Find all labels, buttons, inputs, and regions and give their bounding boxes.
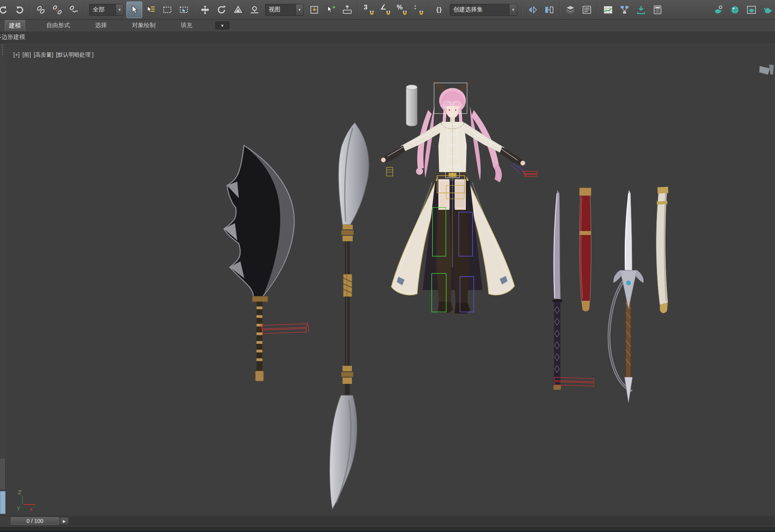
dashed-rect-icon — [162, 5, 172, 15]
maxscript-listener-button[interactable] — [650, 2, 665, 18]
material-sphere-icon — [730, 5, 740, 15]
dock-panel-tab-active[interactable] — [0, 491, 5, 514]
ribbon-collapse-button[interactable]: ▾ — [215, 22, 229, 29]
weapon-jagged-sword[interactable] — [224, 145, 309, 381]
window-crossing-button[interactable] — [176, 2, 192, 18]
toolbar-separator — [559, 3, 560, 17]
wireframe-yellow-hand-helper — [387, 167, 393, 176]
distant-object[interactable] — [759, 64, 774, 75]
weapon-pale-sheath[interactable] — [656, 187, 669, 313]
rectangular-selection-button[interactable] — [159, 2, 175, 18]
redo-icon — [15, 5, 25, 15]
selection-set-value: 创建选择集 — [453, 6, 483, 13]
main-toolbar: 全部 ▼ 视图 ▼ 3 ∠ % {} 创建选择集 ▼ — [0, 0, 775, 20]
grip-handle-icon[interactable] — [2, 45, 3, 57]
play-arrow-icon: ▶ — [63, 519, 66, 523]
cursor-list-icon — [146, 5, 156, 15]
chevron-down-icon[interactable]: ▼ — [115, 4, 123, 15]
scene-explorer-button[interactable] — [579, 2, 595, 18]
render-to-texture-button[interactable] — [633, 2, 649, 18]
viewport-menu-quality[interactable]: [高质量] — [34, 51, 53, 59]
track-bar[interactable] — [0, 527, 775, 532]
render-setup-button[interactable] — [711, 2, 726, 18]
use-pivot-center-button[interactable] — [306, 2, 322, 18]
select-by-name-button[interactable] — [143, 2, 159, 18]
snap-toggle-3d-button[interactable]: 3 — [361, 2, 376, 18]
character-model[interactable] — [381, 79, 537, 314]
tab-modeling[interactable]: 建模 — [5, 20, 25, 31]
viewport-canvas[interactable]: Z y x — [0, 47, 775, 515]
schematic-view-button[interactable] — [617, 2, 632, 18]
render-production-button[interactable] — [760, 2, 775, 18]
rendered-frame-window-button[interactable] — [744, 2, 759, 18]
selection-filter-value: 全部 — [93, 6, 104, 13]
render-frame-icon — [746, 5, 757, 15]
select-and-link-button[interactable] — [33, 2, 49, 18]
layers-icon — [565, 5, 575, 15]
download-arrow-icon — [636, 5, 646, 15]
viewport-menu-shading[interactable]: [默认明暗处理 ] — [56, 51, 94, 59]
scale-icon — [233, 5, 243, 15]
time-slider-bar: 0 / 100 ▶ — [0, 515, 775, 527]
named-selection-sets-button[interactable]: {} — [431, 2, 447, 18]
material-editor-button[interactable] — [727, 2, 743, 18]
redo-button[interactable] — [12, 2, 27, 18]
time-slider-handle[interactable]: 0 / 100 — [11, 517, 59, 525]
selection-filter-dropdown[interactable]: 全部 ▼ — [89, 4, 124, 16]
chevron-down-icon[interactable]: ▼ — [295, 4, 303, 15]
keyboard-override-icon — [342, 5, 352, 15]
tab-object-paint[interactable]: 对象绘制 — [128, 20, 159, 31]
select-and-scale-button[interactable] — [230, 2, 246, 18]
select-and-rotate-button[interactable] — [214, 2, 229, 18]
wireframe-cylinder[interactable] — [406, 85, 417, 126]
weapon-hook-sword[interactable] — [609, 190, 644, 403]
snap-angle-label: ∠ — [380, 4, 386, 11]
cursor-icon — [129, 5, 139, 15]
viewport-menu-pov[interactable]: [前] — [22, 51, 31, 59]
link-icon — [36, 5, 46, 15]
ribbon-tab-bar: 建模 自由形式 选择 对象绘制 填充 ▾ — [0, 20, 775, 32]
align-button[interactable] — [541, 2, 557, 18]
tab-populate[interactable]: 填充 — [177, 20, 196, 31]
axis-z-label: Z — [18, 489, 22, 495]
select-and-move-button[interactable] — [197, 2, 213, 18]
selection-set-dropdown[interactable]: 创建选择集 ▼ — [450, 4, 517, 16]
keyboard-override-button[interactable] — [339, 2, 355, 18]
chevron-down-icon[interactable]: ▼ — [509, 4, 517, 15]
polygon-modeling-panel-label[interactable]: 多边形建模 — [0, 33, 25, 41]
toolbar-separator — [597, 3, 598, 17]
calculator-icon — [652, 5, 663, 15]
select-and-place-button[interactable] — [247, 2, 262, 18]
spacewarp-link-icon — [69, 5, 79, 15]
bind-to-spacewarp-button[interactable] — [66, 2, 82, 18]
weapon-naginata[interactable] — [330, 123, 369, 509]
unlink-selection-button[interactable] — [49, 2, 65, 18]
spinner-snap-button[interactable] — [410, 2, 426, 18]
toolbar-separator — [30, 3, 31, 17]
viewport-menu-general[interactable]: [+] — [13, 51, 20, 59]
weapon-red-scabbard[interactable] — [579, 188, 591, 312]
dock-panel-tab[interactable] — [0, 459, 5, 489]
time-slider-track[interactable]: 0 / 100 ▶ — [10, 517, 774, 525]
layer-manager-button[interactable] — [562, 2, 578, 18]
braces-icon: {} — [436, 6, 442, 14]
reference-coordinate-dropdown[interactable]: 视图 ▼ — [265, 4, 304, 16]
tab-selection[interactable]: 选择 — [91, 20, 111, 31]
move-cross-icon — [200, 5, 210, 15]
angle-snap-button[interactable]: ∠ — [377, 2, 393, 18]
magnet-icon — [402, 10, 408, 16]
mirror-button[interactable] — [525, 2, 540, 18]
next-frame-button[interactable]: ▶ — [60, 517, 69, 525]
manipulate-icon — [326, 5, 336, 15]
select-object-button[interactable] — [126, 2, 142, 18]
curve-editor-button[interactable] — [600, 2, 616, 18]
toolbar-separator — [428, 3, 429, 17]
percent-snap-button[interactable]: % — [394, 2, 409, 18]
wireframe-red-crossbar — [261, 322, 309, 334]
select-and-manipulate-button[interactable] — [323, 2, 339, 18]
undo-button[interactable] — [0, 2, 11, 18]
toolbar-separator — [357, 3, 358, 17]
teapot-icon — [763, 5, 773, 15]
align-icon — [544, 5, 554, 15]
tab-freeform[interactable]: 自由形式 — [42, 20, 74, 31]
